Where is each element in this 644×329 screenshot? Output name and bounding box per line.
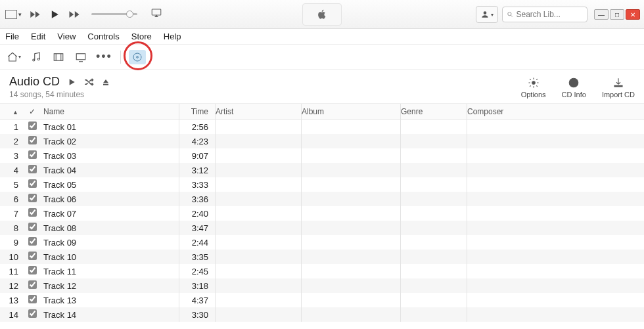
cd-tab[interactable] <box>129 50 146 64</box>
table-row[interactable]: 9Track 092:44 <box>0 235 644 250</box>
col-check[interactable]: ✓ <box>24 107 41 116</box>
cell-check[interactable] <box>24 280 41 291</box>
apple-logo <box>302 3 342 26</box>
prev-track-button[interactable] <box>28 8 41 21</box>
eject-button[interactable] <box>101 77 111 87</box>
cell-check[interactable] <box>24 165 41 175</box>
cell-number: 7 <box>0 209 24 219</box>
svg-point-4 <box>33 59 35 61</box>
next-track-button[interactable] <box>68 8 81 21</box>
play-cd-button[interactable] <box>66 77 77 87</box>
options-button[interactable]: Options <box>521 76 546 99</box>
view-toolbar: ▾ ••• <box>0 45 644 70</box>
col-genre[interactable]: Genre <box>401 107 467 116</box>
cell-name: Track 12 <box>41 281 179 291</box>
table-row[interactable]: 2Track 024:23 <box>0 134 644 148</box>
player-left-group: ▾ <box>0 7 162 22</box>
table-row[interactable]: 1Track 012:56 <box>0 120 644 134</box>
col-artist[interactable]: Artist <box>216 107 301 116</box>
home-icon[interactable]: ▾ <box>7 50 21 64</box>
shuffle-button[interactable] <box>83 77 94 87</box>
cd-title: Audio CD <box>9 75 60 89</box>
cell-check[interactable] <box>24 223 41 233</box>
table-row[interactable]: 8Track 083:47 <box>0 221 644 235</box>
cell-check[interactable] <box>24 309 41 320</box>
cd-header: Audio CD 14 songs, 54 minutes Options CD… <box>0 70 644 104</box>
cell-time: 3:18 <box>179 281 215 291</box>
cell-check[interactable] <box>24 266 41 276</box>
cell-check[interactable] <box>24 208 41 219</box>
divider <box>120 51 121 64</box>
table-row[interactable]: 14Track 143:30 <box>0 307 644 322</box>
more-icon[interactable]: ••• <box>96 50 112 64</box>
importcd-button[interactable]: Import CD <box>602 76 635 99</box>
cell-check[interactable] <box>24 295 41 305</box>
cell-name: Track 07 <box>41 209 179 219</box>
svg-point-13 <box>532 81 535 85</box>
col-time[interactable]: Time <box>179 107 215 116</box>
play-button[interactable] <box>48 8 61 21</box>
import-icon <box>612 76 625 89</box>
col-composer[interactable]: Composer <box>467 107 644 116</box>
menu-file[interactable]: File <box>5 32 19 41</box>
cell-name: Track 13 <box>41 296 179 305</box>
table-row[interactable]: 6Track 063:36 <box>0 192 644 206</box>
cell-time: 4:23 <box>179 137 215 146</box>
track-table: ▲ ✓ Name Time Artist Album Genre Compose… <box>0 104 644 322</box>
movies-icon[interactable] <box>51 50 66 64</box>
table-body: 1Track 012:562Track 024:233Track 039:074… <box>0 120 644 322</box>
close-button[interactable]: ✕ <box>626 9 640 20</box>
account-button[interactable]: ▾ <box>476 6 498 23</box>
window-controls: — □ ✕ <box>594 9 640 20</box>
minimize-button[interactable]: — <box>594 9 609 20</box>
cell-time: 2:45 <box>179 267 215 276</box>
cdinfo-button[interactable]: CD Info <box>562 76 586 99</box>
cell-time: 2:44 <box>179 238 215 248</box>
window-view-selector[interactable]: ▾ <box>5 10 22 19</box>
cell-check[interactable] <box>24 150 41 161</box>
cell-time: 2:56 <box>179 122 215 132</box>
search-field[interactable] <box>502 7 587 22</box>
cell-name: Track 10 <box>41 252 179 262</box>
table-row[interactable]: 13Track 134:37 <box>0 293 644 307</box>
table-row[interactable]: 5Track 053:33 <box>0 177 644 192</box>
cell-check[interactable] <box>24 179 41 190</box>
cell-check[interactable] <box>24 121 41 132</box>
menu-store[interactable]: Store <box>131 32 152 41</box>
cell-check[interactable] <box>24 194 41 204</box>
svg-rect-6 <box>54 53 63 60</box>
svg-point-16 <box>573 80 574 81</box>
table-row[interactable]: 10Track 103:35 <box>0 250 644 264</box>
menu-controls[interactable]: Controls <box>87 32 119 41</box>
table-row[interactable]: 11Track 112:45 <box>0 264 644 278</box>
table-row[interactable]: 12Track 123:18 <box>0 278 644 293</box>
cell-name: Track 03 <box>41 151 179 161</box>
col-name[interactable]: Name <box>41 107 179 116</box>
cell-name: Track 05 <box>41 180 179 190</box>
col-album[interactable]: Album <box>302 107 400 116</box>
menu-view[interactable]: View <box>57 32 76 41</box>
table-row[interactable]: 7Track 072:40 <box>0 206 644 221</box>
cell-name: Track 08 <box>41 223 179 233</box>
menu-help[interactable]: Help <box>164 32 181 41</box>
table-header: ▲ ✓ Name Time Artist Album Genre Compose… <box>0 104 644 120</box>
cell-number: 5 <box>0 180 24 190</box>
cell-check[interactable] <box>24 237 41 248</box>
music-icon[interactable] <box>29 50 43 64</box>
cell-time: 3:36 <box>179 194 215 204</box>
volume-slider[interactable] <box>91 13 137 15</box>
cell-check[interactable] <box>24 252 41 262</box>
cell-name: Track 01 <box>41 122 179 132</box>
cell-check[interactable] <box>24 136 41 146</box>
menu-edit[interactable]: Edit <box>31 32 45 41</box>
tv-icon[interactable] <box>74 50 88 64</box>
table-row[interactable]: 3Track 039:07 <box>0 148 644 163</box>
col-number[interactable]: ▲ <box>0 107 24 116</box>
cd-subtitle: 14 songs, 54 minutes <box>9 90 111 99</box>
table-row[interactable]: 4Track 043:12 <box>0 163 644 177</box>
cell-number: 14 <box>0 310 24 320</box>
maximize-button[interactable]: □ <box>610 9 624 20</box>
search-input[interactable] <box>517 10 584 19</box>
svg-rect-0 <box>152 9 161 15</box>
airplay-icon[interactable] <box>150 7 162 22</box>
